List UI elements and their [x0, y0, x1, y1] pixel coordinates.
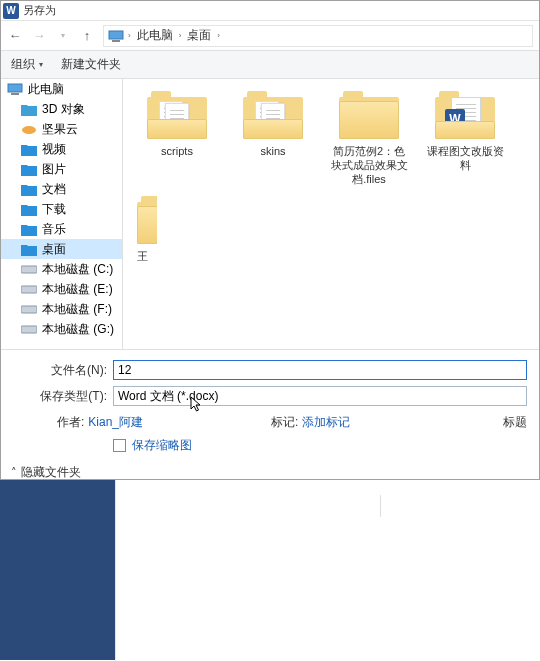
title-label: 标题	[503, 414, 527, 431]
video-icon	[21, 142, 37, 156]
breadcrumb-pc[interactable]: 此电脑	[135, 27, 175, 44]
pc-icon	[108, 29, 124, 43]
form-area: 文件名(N): 保存类型(T): 作者: Kian_阿建 标记: 添加标记 标题…	[1, 349, 539, 458]
hide-folders-toggle[interactable]: ˄ 隐藏文件夹	[11, 464, 81, 481]
word-nav-pane	[0, 480, 115, 660]
tree-label: 本地磁盘 (G:)	[42, 321, 114, 338]
tree-label: 音乐	[42, 221, 66, 238]
chevron-icon: ›	[217, 31, 220, 40]
thumbnail-label: 保存缩略图	[132, 437, 192, 454]
folder-item-skins[interactable]: skins	[233, 87, 313, 186]
download-icon	[21, 202, 37, 216]
recent-dropdown[interactable]: ▾	[55, 28, 71, 44]
filename-input[interactable]	[113, 360, 527, 380]
tree-label: 本地磁盘 (E:)	[42, 281, 113, 298]
desktop-icon	[21, 242, 37, 256]
pc-icon	[7, 82, 23, 96]
folder-item-scripts[interactable]: scripts	[137, 87, 217, 186]
folder-item-resume[interactable]: 简历范例2：色块式成品效果文档.files	[329, 87, 409, 186]
disk-icon	[21, 302, 37, 316]
chevron-icon: ›	[179, 31, 182, 40]
svg-rect-5	[21, 266, 37, 273]
tree-documents[interactable]: 文档	[1, 179, 122, 199]
disk-icon	[21, 282, 37, 296]
back-button[interactable]: ←	[7, 28, 23, 44]
breadcrumb[interactable]: › 此电脑 › 桌面 ›	[103, 25, 533, 47]
svg-rect-0	[109, 31, 123, 39]
filetype-select[interactable]	[113, 386, 527, 406]
forward-button[interactable]: →	[31, 28, 47, 44]
filetype-label: 保存类型(T):	[13, 388, 113, 405]
hide-label: 隐藏文件夹	[21, 464, 81, 481]
word-icon: W	[3, 3, 19, 19]
cloud-icon	[21, 122, 37, 136]
tree-desktop[interactable]: 桌面	[1, 239, 122, 259]
tags-label: 标记:	[271, 414, 298, 431]
tree-label: 3D 对象	[42, 101, 85, 118]
dialog-title: 另存为	[23, 3, 56, 18]
item-label: 简历范例2：色块式成品效果文档.files	[329, 145, 409, 186]
nav-tree[interactable]: 此电脑 3D 对象 坚果云 视频 图片 文档	[1, 79, 123, 349]
svg-rect-8	[21, 326, 37, 333]
tags-value[interactable]: 添加标记	[302, 414, 350, 431]
chevron-icon: ›	[128, 31, 131, 40]
tree-pc[interactable]: 此电脑	[1, 79, 122, 99]
divider	[380, 495, 381, 517]
tree-disk-f[interactable]: 本地磁盘 (F:)	[1, 299, 122, 319]
music-icon	[21, 222, 37, 236]
svg-rect-1	[112, 40, 120, 42]
tree-label: 视频	[42, 141, 66, 158]
tree-label: 坚果云	[42, 121, 78, 138]
tree-music[interactable]: 音乐	[1, 219, 122, 239]
folder-icon	[21, 102, 37, 116]
tree-disk-g[interactable]: 本地磁盘 (G:)	[1, 319, 122, 339]
tree-downloads[interactable]: 下载	[1, 199, 122, 219]
tree-label: 桌面	[42, 241, 66, 258]
item-label: scripts	[161, 145, 193, 159]
filename-label: 文件名(N):	[13, 362, 113, 379]
tree-label: 文档	[42, 181, 66, 198]
document-icon	[21, 182, 37, 196]
svg-rect-7	[21, 306, 37, 313]
up-button[interactable]: ↑	[79, 28, 95, 44]
title-bar[interactable]: W 另存为	[1, 1, 539, 21]
new-folder-button[interactable]: 新建文件夹	[61, 56, 121, 73]
folder-icon	[137, 192, 157, 244]
folder-icon	[147, 87, 207, 139]
tree-pictures[interactable]: 图片	[1, 159, 122, 179]
tree-disk-c[interactable]: 本地磁盘 (C:)	[1, 259, 122, 279]
nav-bar: ← → ▾ ↑ › 此电脑 › 桌面 ›	[1, 21, 539, 51]
toolbar: 组织 新建文件夹	[1, 51, 539, 79]
chevron-up-icon: ˄	[11, 466, 17, 479]
tree-label: 本地磁盘 (F:)	[42, 301, 112, 318]
tree-label: 图片	[42, 161, 66, 178]
folder-icon	[339, 87, 399, 139]
tree-label: 此电脑	[28, 81, 64, 98]
item-label: skins	[260, 145, 285, 159]
svg-rect-2	[8, 84, 22, 92]
picture-icon	[21, 162, 37, 176]
word-document-area	[115, 480, 540, 661]
author-label: 作者:	[57, 414, 84, 431]
svg-point-4	[22, 126, 36, 134]
author-value[interactable]: Kian_阿建	[88, 414, 143, 431]
thumbnail-checkbox[interactable]	[113, 439, 126, 452]
organize-menu[interactable]: 组织	[11, 56, 43, 73]
file-pane[interactable]: scripts skins 简历范例2：色块式成品效果文档.files	[123, 79, 539, 349]
disk-icon	[21, 322, 37, 336]
folder-icon	[243, 87, 303, 139]
save-as-dialog: W 另存为 ← → ▾ ↑ › 此电脑 › 桌面 › 组织 新建文件夹 此电脑	[0, 0, 540, 480]
disk-icon	[21, 262, 37, 276]
item-label: 王	[137, 250, 148, 264]
tree-jianguo[interactable]: 坚果云	[1, 119, 122, 139]
svg-rect-3	[11, 93, 19, 95]
breadcrumb-desktop[interactable]: 桌面	[185, 27, 213, 44]
svg-rect-6	[21, 286, 37, 293]
tree-disk-e[interactable]: 本地磁盘 (E:)	[1, 279, 122, 299]
folder-item-partial[interactable]: 王	[137, 192, 157, 264]
folder-item-course[interactable]: W 课程图文改版资料	[425, 87, 505, 186]
folder-icon: W	[435, 87, 495, 139]
tree-3d[interactable]: 3D 对象	[1, 99, 122, 119]
tree-label: 下载	[42, 201, 66, 218]
tree-videos[interactable]: 视频	[1, 139, 122, 159]
